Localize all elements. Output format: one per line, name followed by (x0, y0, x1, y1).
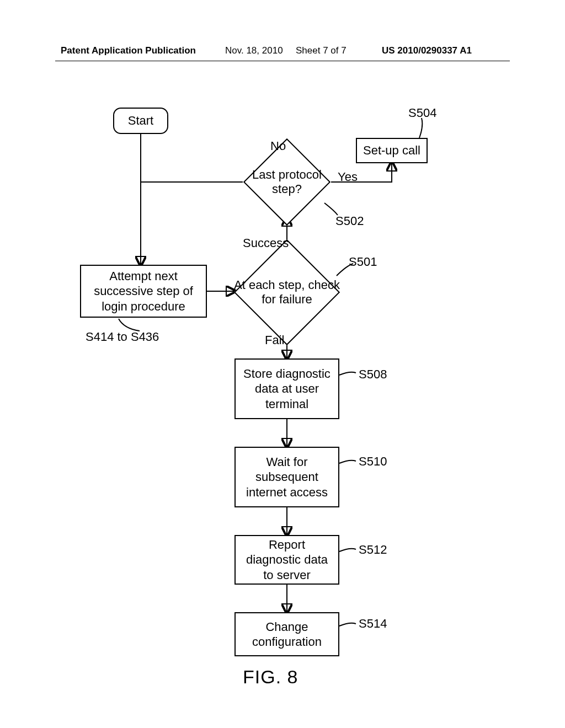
ref-s510: S510 (359, 454, 387, 469)
edge-success: Success (243, 236, 289, 250)
ref-s504: S504 (408, 106, 436, 120)
ref-s414: S414 to S436 (86, 330, 159, 344)
ref-s501: S501 (349, 255, 377, 269)
check-failure-label: At each step, check for failure (232, 278, 342, 307)
last-step-label: Last protocol step? (243, 168, 331, 197)
attempt-step-label: Attempt next successive step of login pr… (87, 269, 200, 314)
store-diagnostic-node: Store diagnostic data at user terminal (234, 358, 339, 419)
change-config-node: Change configuration (234, 612, 339, 656)
edge-fail: Fail (265, 333, 284, 347)
setup-call-label: Set-up call (363, 143, 420, 158)
attempt-step-node: Attempt next successive step of login pr… (80, 265, 207, 318)
edge-yes: Yes (338, 170, 358, 184)
edge-no: No (270, 139, 286, 153)
figure-label: FIG. 8 (243, 666, 298, 688)
start-label: Start (128, 113, 153, 129)
store-diagnostic-label: Store diagnostic data at user terminal (241, 366, 333, 412)
flowchart: Start Set-up call Last protocol step? At… (0, 0, 565, 728)
ref-s502: S502 (335, 214, 364, 228)
check-failure-decision: At each step, check for failure (232, 237, 342, 347)
wait-internet-label: Wait for subsequent internet access (241, 454, 333, 500)
ref-s508: S508 (359, 367, 387, 382)
start-node: Start (113, 108, 168, 134)
wait-internet-node: Wait for subsequent internet access (234, 447, 339, 507)
setup-call-node: Set-up call (356, 138, 428, 163)
last-step-decision: Last protocol step? (243, 138, 331, 226)
change-config-label: Change configuration (241, 619, 333, 650)
ref-s512: S512 (359, 543, 387, 557)
report-diagnostic-node: Report diagnostic data to server (234, 535, 339, 585)
ref-s514: S514 (359, 617, 387, 631)
report-diagnostic-label: Report diagnostic data to server (241, 537, 333, 583)
